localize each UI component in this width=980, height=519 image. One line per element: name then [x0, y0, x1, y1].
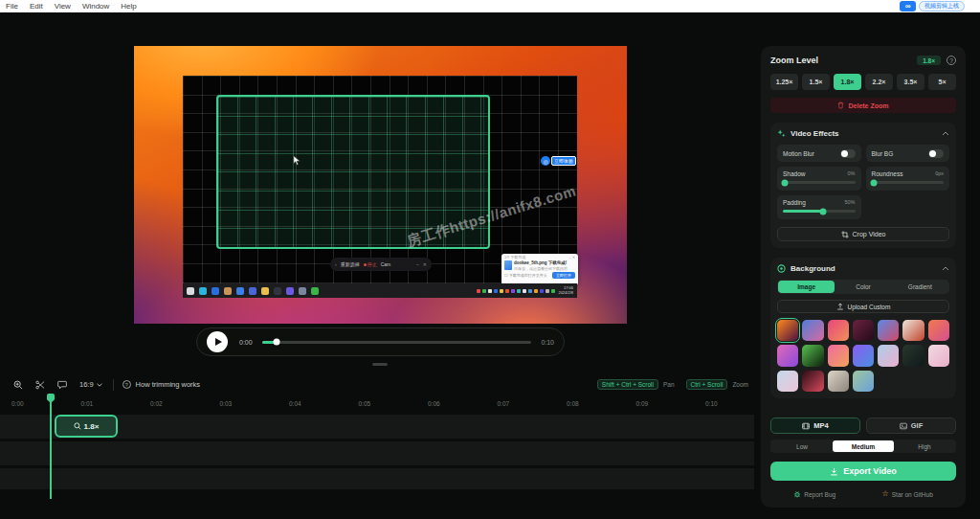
video-effects-title: Video Effects: [791, 129, 839, 138]
timeline-ruler[interactable]: 0:000:010:020:030:040:050:060:070:080:09…: [0, 397, 754, 414]
quality-high[interactable]: High: [894, 440, 955, 452]
zoom-in-tool-icon[interactable]: [13, 380, 23, 390]
effects-sparkle-icon: [777, 129, 786, 138]
shadow-slider[interactable]: [783, 181, 856, 184]
background-thumbnail[interactable]: [928, 345, 949, 366]
delete-zoom-button[interactable]: Delete Zoom: [770, 98, 956, 113]
background-thumbnail[interactable]: [828, 345, 849, 366]
side-badge-label: 立即体验: [551, 156, 576, 166]
trash-icon: [837, 102, 844, 109]
menu-edit[interactable]: Edit: [30, 2, 51, 11]
export-video-button[interactable]: Export Video: [770, 462, 956, 481]
background-tabs: Image Color Gradient: [777, 280, 949, 294]
collapse-chevron-icon[interactable]: [942, 266, 949, 271]
background-thumbnail[interactable]: [878, 320, 899, 341]
ruler-time-label: 0:07: [498, 400, 510, 407]
recorder-back: ‹: [335, 261, 337, 267]
pan-shortcut-badge: Shift + Ctrl + Scroll: [597, 379, 658, 390]
background-thumbnail[interactable]: [878, 345, 899, 366]
tab-gradient[interactable]: Gradient: [892, 281, 948, 293]
panel-resize-handle[interactable]: [372, 363, 388, 366]
format-mp4-button[interactable]: MP4: [770, 417, 860, 434]
seek-thumb[interactable]: [274, 339, 280, 346]
taskbar-tray-icon: [511, 289, 515, 293]
taskbar-tray-icon: [482, 289, 486, 293]
timeline-track-2[interactable]: [0, 441, 754, 465]
menu-window[interactable]: Window: [82, 2, 117, 11]
comment-tool-icon[interactable]: [57, 380, 67, 390]
how-trimming-works-link[interactable]: How trimming works: [136, 380, 201, 389]
padding-slider-card: Padding50%: [777, 195, 861, 219]
zoom-option-3-5x[interactable]: 3.5×: [897, 74, 924, 90]
padding-slider[interactable]: [783, 210, 856, 213]
infinity-logo-icon: ∞: [900, 1, 916, 11]
zoom-help-icon[interactable]: ?: [947, 56, 956, 65]
star-on-github-link[interactable]: ☆ Star on GitHub: [882, 490, 933, 498]
menu-bar: File Edit View Window Help ∞ 视频剪辑上线: [0, 0, 980, 12]
video-preview[interactable]: ◎ 立即体验 ‹ 重新选择 停止 Cam – ✕ 1个下载完成 – ✕: [134, 46, 627, 324]
report-bug-link[interactable]: Report Bug: [793, 490, 835, 498]
quality-low[interactable]: Low: [771, 440, 833, 452]
cut-tool-icon[interactable]: [35, 380, 45, 390]
play-icon: [215, 338, 222, 346]
roundness-slider[interactable]: [872, 181, 945, 184]
background-thumbnail[interactable]: [802, 345, 823, 366]
notification-open-button: 立即打开: [552, 272, 575, 279]
zoom-option-5x[interactable]: 5×: [928, 74, 956, 90]
background-thumbnail[interactable]: [777, 320, 798, 341]
background-thumbnails: [777, 320, 949, 392]
ruler-time-label: 0:05: [359, 400, 371, 407]
zoom-option-2-2x[interactable]: 2.2×: [865, 74, 893, 90]
notification-filename: dookee_5th.png 下载完成!: [514, 260, 568, 265]
ruler-time-label: 0:01: [81, 400, 94, 407]
taskbar-tray-icon: [477, 289, 480, 293]
background-thumbnail[interactable]: [777, 371, 798, 392]
mouse-cursor-icon: [293, 152, 301, 169]
background-thumbnail[interactable]: [828, 371, 849, 392]
background-thumbnail[interactable]: [802, 320, 823, 341]
zoom-option-1-25x[interactable]: 1.25×: [770, 74, 798, 90]
background-thumbnail[interactable]: [853, 371, 874, 392]
taskbar-tray-icon: [517, 289, 521, 293]
settings-sidebar: Zoom Level 1.8× ? 1.25× 1.5× 1.8× 2.2× 3…: [761, 46, 966, 508]
background-thumbnail[interactable]: [802, 371, 823, 392]
upload-custom-button[interactable]: Upload Custom: [777, 300, 949, 313]
star-icon: ☆: [882, 490, 889, 498]
blur-bg-card: Blur BG: [866, 145, 950, 162]
promo-badge[interactable]: ∞ 视频剪辑上线: [900, 1, 965, 11]
windows-taskbar: 17:06 2024/2/8: [183, 283, 577, 298]
ruler-time-label: 0:08: [567, 400, 579, 407]
aspect-ratio-dropdown[interactable]: 16:9: [79, 380, 102, 389]
background-thumbnail[interactable]: [902, 320, 924, 341]
background-thumbnail[interactable]: [853, 345, 874, 366]
format-gif-button[interactable]: GIF: [866, 417, 956, 434]
ruler-time-label: 0:02: [150, 400, 163, 407]
background-thumbnail[interactable]: [853, 320, 874, 341]
crop-video-button[interactable]: Crop Video: [777, 227, 949, 241]
collapse-chevron-icon[interactable]: [942, 131, 949, 136]
zoom-segment[interactable]: 1.8×: [55, 415, 118, 438]
menu-file[interactable]: File: [6, 2, 26, 11]
notification-subtitle: 已保存，点击查看全部下载内容: [514, 266, 568, 271]
timeline-toolbar: 16:9 ? How trimming works Shift + Ctrl +…: [0, 372, 754, 397]
taskbar-tray-icon: [505, 289, 509, 293]
blur-bg-toggle[interactable]: [928, 149, 944, 158]
menu-view[interactable]: View: [55, 2, 78, 11]
taskbar-tray-icon: [500, 289, 503, 293]
zoom-option-1-8x[interactable]: 1.8×: [834, 74, 861, 90]
background-thumbnail[interactable]: [902, 345, 924, 366]
background-thumbnail[interactable]: [828, 320, 849, 341]
play-button[interactable]: [207, 331, 228, 352]
seek-slider[interactable]: [262, 341, 532, 344]
background-thumbnail[interactable]: [777, 345, 798, 366]
menu-help[interactable]: Help: [121, 2, 144, 11]
timeline-track-3[interactable]: [0, 468, 754, 489]
taskbar-tray-icon: [540, 289, 544, 293]
background-thumbnail[interactable]: [928, 320, 949, 341]
taskbar-app-icon: [236, 287, 244, 295]
tab-color[interactable]: Color: [835, 281, 891, 293]
motion-blur-toggle[interactable]: [840, 149, 856, 158]
zoom-option-1-5x[interactable]: 1.5×: [802, 74, 830, 90]
tab-image[interactable]: Image: [778, 281, 835, 293]
quality-medium[interactable]: Medium: [833, 440, 894, 452]
